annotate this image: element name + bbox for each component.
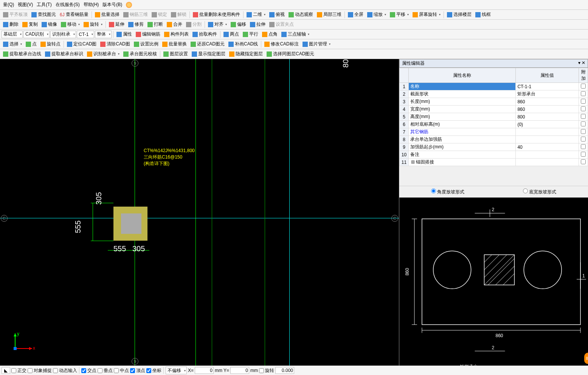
property-row[interactable]: 7其它钢筋 — [400, 128, 588, 136]
three-pt-button[interactable]: 三点辅轴 — [280, 30, 311, 38]
cross-check[interactable]: 交点 — [81, 367, 96, 374]
ct-combo[interactable]: CT-1 — [77, 31, 94, 38]
trim-button[interactable]: 修剪 — [127, 20, 145, 28]
wireframe-button[interactable]: 线框 — [474, 11, 492, 19]
menu-version[interactable]: 版本号(B) — [101, 1, 124, 9]
sel-same-layer-button[interactable]: 选择同图层CAD图元 — [265, 50, 316, 58]
locate-cad-button[interactable]: 定位CAD图 — [65, 40, 98, 48]
cap-elem-check-button[interactable]: 承台图元校核 — [122, 50, 158, 58]
x-input[interactable] — [195, 367, 214, 374]
property-row[interactable]: 8承台单边加强筋 — [400, 136, 588, 143]
zoom-button[interactable]: 缩放 — [366, 11, 388, 19]
dim-305-v: 305 — [95, 192, 103, 205]
vertex-check[interactable]: 顶点 — [130, 367, 145, 374]
menu-quantity[interactable]: 量(Q) — [2, 1, 16, 9]
restore-cad-button[interactable]: 还原CAD图元 — [189, 40, 226, 48]
find-elem-button[interactable]: 查找图元 — [30, 11, 57, 19]
move-button[interactable]: 移动 — [59, 20, 81, 28]
menu-tools[interactable]: 工具(T) — [35, 1, 53, 9]
notification-badge[interactable]: 89 — [584, 353, 588, 364]
fullscreen-button[interactable]: 全屏 — [346, 11, 365, 19]
extract-mark-button[interactable]: 提取桩承台标识 — [43, 50, 85, 58]
panel-pin-icon[interactable]: ▾ ✕ — [578, 60, 585, 67]
property-row[interactable]: 1名称CT-1-1 — [400, 83, 588, 90]
y-input[interactable] — [230, 367, 249, 374]
show-layer-button[interactable]: 显示指定图层 — [190, 50, 227, 58]
merge-button[interactable]: 合并 — [165, 20, 184, 28]
select-button[interactable]: 选择 — [2, 40, 23, 48]
perp-check[interactable]: 垂点 — [98, 367, 113, 374]
property-row[interactable]: 5高度(mm)800 — [400, 113, 588, 121]
2d-button[interactable]: 二维 — [245, 11, 267, 19]
batch-replace-button[interactable]: 批量替换 — [161, 40, 188, 48]
attrs-button[interactable]: 属性 — [115, 30, 133, 38]
extract-edge-button[interactable]: 提取桩承台边线 — [2, 50, 43, 58]
drawing-canvas[interactable]: 80 CT%%142J%%1431,800 三向环筋C16@150 (构造详下图… — [0, 59, 399, 366]
mid-check[interactable]: 中点 — [114, 367, 129, 374]
mirror-button[interactable]: 镜像 — [40, 20, 59, 28]
select-floor-button[interactable]: 选择楼层 — [445, 11, 473, 19]
view-rebar-button[interactable]: 6J查看钢筋量 — [58, 11, 90, 19]
stretch-button[interactable]: 拉伸 — [248, 20, 267, 28]
pick-comp-button[interactable]: 拾取构件 — [191, 30, 219, 38]
align-button[interactable]: 对齐 — [206, 20, 228, 28]
property-row[interactable]: 3长度(mm)860 — [400, 98, 588, 106]
batch-select-button[interactable]: 批量选择 — [93, 11, 121, 19]
break-button[interactable]: 打断 — [146, 20, 164, 28]
point-button[interactable]: 点 — [24, 40, 38, 48]
property-row[interactable]: 10备注 — [400, 151, 588, 159]
tab-button[interactable]: ◣ — [2, 367, 10, 374]
property-panel-title: 属性编辑器 ▾ ✕ — [399, 59, 588, 68]
rotate-check[interactable]: 旋转 — [259, 367, 274, 374]
property-row[interactable]: 4宽度(mm)860 — [400, 106, 588, 113]
floor-combo[interactable]: 基础层 — [2, 31, 23, 38]
whole-combo[interactable]: 整体 — [95, 31, 112, 38]
radio-width-slope[interactable]: 底宽放坡形式 — [523, 188, 556, 195]
offset-combo[interactable]: 不偏移 — [166, 367, 187, 374]
modify-cad-button[interactable]: 修改CAD标注 — [263, 40, 300, 48]
offset-button[interactable]: 偏移 — [229, 20, 248, 28]
snap-check[interactable]: 对象捕捉 — [28, 367, 52, 374]
local-3d-button[interactable]: 局部三维 — [315, 11, 343, 19]
id-pile-combo[interactable]: 识别柱承 — [50, 31, 76, 38]
coord-check[interactable]: 坐标 — [146, 367, 161, 374]
id-pile-cap-button[interactable]: 识别桩承台 — [85, 50, 121, 58]
cad-id-combo[interactable]: CAD识别 — [23, 31, 50, 38]
patch-cad-button[interactable]: 补画CAD线 — [227, 40, 259, 48]
property-row[interactable]: 6相对底标高(m)(0) — [400, 121, 588, 128]
extend-button[interactable]: 延伸 — [107, 20, 126, 28]
copy-button[interactable]: 复制 — [21, 20, 39, 28]
set-scale-button[interactable]: 设置比例 — [132, 40, 160, 48]
property-row[interactable]: 11⊞ 锚固搭接 — [400, 159, 588, 166]
ortho-check[interactable]: 正交 — [11, 367, 26, 374]
dyn-view-button[interactable]: 动态观察 — [287, 11, 315, 19]
batch-delete-button[interactable]: 批量删除未使用构件 — [191, 11, 242, 19]
clear-cad-button[interactable]: 清除CAD图 — [99, 40, 131, 48]
rotate-input[interactable] — [275, 367, 294, 374]
property-table[interactable]: 属性名称 属性值 附加 1名称CT-1-12截面形状矩形承台3长度(mm)860… — [399, 68, 588, 166]
parallel-button[interactable]: 平行 — [241, 30, 260, 38]
menu-online[interactable]: 在线服务(S) — [54, 1, 81, 9]
menu-help[interactable]: 帮助(H) — [82, 1, 101, 9]
delete-button[interactable]: 删除 — [2, 20, 20, 28]
pan-button[interactable]: 平移 — [388, 11, 410, 19]
hide-layer-button[interactable]: 隐藏指定图层 — [228, 50, 264, 58]
radio-angle-slope[interactable]: 角度放坡形式 — [431, 188, 464, 195]
property-row[interactable]: 2截面形状矩形承台 — [400, 90, 588, 98]
set-grip-button: 设置夹点 — [268, 20, 295, 28]
comp-list-button[interactable]: 构件列表 — [163, 30, 190, 38]
edit-rebar-button[interactable]: 编辑钢筋 — [134, 30, 162, 38]
layer-settings-button[interactable]: 图层设置 — [162, 50, 189, 58]
pt-angle-button[interactable]: 点角 — [261, 30, 279, 38]
rot-pt-button[interactable]: 旋转点 — [39, 40, 62, 48]
pile-cap-inner[interactable] — [121, 213, 141, 234]
rotate-button[interactable]: 旋转 — [82, 20, 104, 28]
menu-view[interactable]: 视图(V) — [16, 1, 34, 9]
top-view-button[interactable]: 俯视 — [268, 11, 286, 19]
screen-rotate-button[interactable]: 屏幕旋转 — [411, 11, 442, 19]
img-mgr-button[interactable]: 图片管理 — [301, 40, 332, 48]
two-pt-button[interactable]: 两点 — [222, 30, 240, 38]
property-row[interactable]: 9加强筋起步(mm)40 — [400, 143, 588, 151]
face-icon[interactable] — [126, 2, 132, 8]
dyn-input-check[interactable]: 动态输入 — [53, 367, 77, 374]
